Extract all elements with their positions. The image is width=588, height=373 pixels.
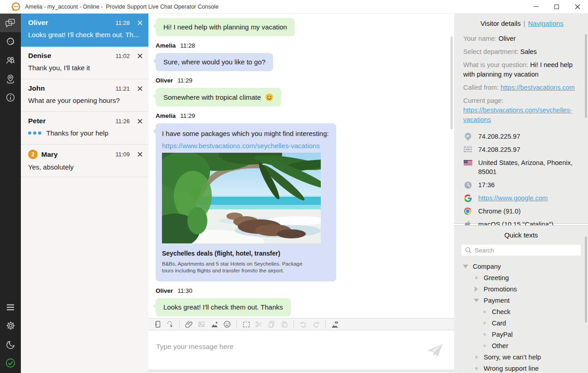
tree-item-label: Payment xyxy=(484,297,510,304)
copy-icon[interactable] xyxy=(266,320,277,329)
called-from-link[interactable]: https://bestvacations.com xyxy=(500,84,575,91)
emoji-icon[interactable] xyxy=(221,320,233,329)
rail-visitors-button[interactable] xyxy=(0,51,21,69)
add-quick-text-icon[interactable] xyxy=(164,320,176,329)
online-status-icon xyxy=(5,358,16,368)
attach-file-icon[interactable] xyxy=(183,320,195,329)
paste-icon[interactable] xyxy=(279,320,290,329)
right-panel: Visitor details|Navigations Your name: O… xyxy=(454,14,588,373)
bullet-icon xyxy=(473,276,480,279)
location-value: United States, Arizona, Phoenix, 85001 xyxy=(478,158,576,176)
chat-item-john[interactable]: John 11:21 What are your opening hours? xyxy=(21,79,148,112)
provider-icon xyxy=(463,145,472,154)
select-area-icon[interactable] xyxy=(240,320,252,329)
visitor-details-header: Visitor details|Navigations xyxy=(463,19,581,27)
provider-value: 74.208.225.97 xyxy=(478,145,520,154)
send-image-icon[interactable] xyxy=(209,320,220,329)
current-page-link[interactable]: https://bestvacations.com/seychelles-vac… xyxy=(463,107,572,123)
geo-location-icon xyxy=(5,73,16,84)
chat-item-denise[interactable]: Denise 11:02 Thank you, I'll take it xyxy=(21,47,148,79)
tree-item-other[interactable]: Other xyxy=(454,340,588,351)
message-time: 11:29 xyxy=(180,112,195,119)
chat-item-mary[interactable]: 2 Mary 11:09 Yes, absolutely xyxy=(21,145,148,177)
vacation-link[interactable]: https://www.bestvacations.com/seychelles… xyxy=(162,142,320,150)
chat-name: Mary xyxy=(41,150,58,159)
tree-item-card[interactable]: Card xyxy=(454,317,588,329)
quick-texts-title: Quick texts xyxy=(454,231,588,239)
rail-info-button[interactable] xyxy=(0,88,21,107)
send-message-button[interactable] xyxy=(426,341,444,359)
tree-item-label: Promotions xyxy=(484,286,517,293)
referrer-link[interactable]: https://www.google.com xyxy=(478,194,548,203)
toolbar-separator xyxy=(179,320,180,329)
window-controls xyxy=(525,0,588,13)
tree-item-paypal[interactable]: PayPal xyxy=(454,329,588,340)
close-button[interactable] xyxy=(567,0,588,13)
message-input[interactable] xyxy=(148,330,404,359)
rail-operator-button[interactable] xyxy=(0,32,21,51)
close-icon xyxy=(137,20,142,25)
close-chat-button[interactable] xyxy=(136,84,144,92)
tree-item-payment[interactable]: Payment xyxy=(454,295,588,306)
message-time: 11:29 xyxy=(177,77,192,84)
navigations-link[interactable]: Navigations xyxy=(528,19,564,27)
rail-menu-button[interactable] xyxy=(0,298,21,316)
quick-text-icon[interactable] xyxy=(152,320,163,329)
info-row-referrer: https://www.google.com xyxy=(463,194,581,203)
tree-item-sorry-we-cant-help[interactable]: Sorry, we can’t help xyxy=(454,351,588,363)
tree-item-promotions[interactable]: Promotions xyxy=(454,283,588,295)
search-input[interactable] xyxy=(475,247,581,254)
chat-preview: What are your opening hours? xyxy=(28,97,120,104)
close-chat-button[interactable] xyxy=(136,150,144,159)
field-label: Current page: xyxy=(463,97,504,104)
operator-message-bubble: I have some packages which you might fin… xyxy=(156,123,336,281)
close-icon xyxy=(575,4,580,10)
search-icon xyxy=(465,247,471,253)
chat-name: John xyxy=(28,84,45,92)
close-chat-button[interactable] xyxy=(136,19,144,27)
provide-support-logo-icon xyxy=(11,2,21,12)
tree-item-company[interactable]: Company xyxy=(454,261,588,272)
rail-online-status-button[interactable] xyxy=(0,354,21,372)
redo-icon[interactable] xyxy=(310,320,322,329)
field-label: Your name: xyxy=(463,35,497,42)
screenshot-icon[interactable] xyxy=(329,320,341,329)
rail-night-theme-button[interactable] xyxy=(0,335,21,354)
local-time-value: 17:36 xyxy=(478,180,495,189)
rail-settings-button[interactable] xyxy=(0,316,21,335)
expanded-arrow-icon[interactable] xyxy=(462,265,469,268)
info-row-location: United States, Arizona, Phoenix, 85001 xyxy=(463,158,581,176)
close-chat-button[interactable] xyxy=(136,117,144,125)
chat-item-peter[interactable]: Peter 11:26 Thanks for your help xyxy=(21,112,148,145)
messages-scrollbar-thumb[interactable] xyxy=(451,36,453,129)
expanded-arrow-icon[interactable] xyxy=(473,299,480,302)
visitor-details-title: Visitor details xyxy=(480,19,521,27)
tree-item-check[interactable]: Check xyxy=(454,306,588,317)
chat-item-oliver[interactable]: Oliver 11:28 Looks great! I'll check the… xyxy=(21,14,148,47)
quick-texts-scrollbar-thumb[interactable] xyxy=(585,237,587,323)
rail-geo-button[interactable] xyxy=(0,69,21,88)
visitor-field: Select department: Sales xyxy=(463,47,581,57)
collapsed-arrow-icon[interactable] xyxy=(473,286,480,292)
seychelles-beach-photo xyxy=(162,153,321,243)
visitor-field: What is your question: Hi! I need help w… xyxy=(463,60,581,79)
close-chat-button[interactable] xyxy=(136,52,144,60)
info-icon xyxy=(5,92,16,103)
visitor-details-scrollbar-thumb[interactable] xyxy=(585,34,587,118)
tree-item-wrong-support-line[interactable]: Wrong support line xyxy=(454,363,588,373)
info-row-local-time: 17:36 xyxy=(463,180,581,189)
tree-item-greeting[interactable]: Greeting xyxy=(454,272,588,283)
undo-icon[interactable] xyxy=(298,320,309,329)
close-icon xyxy=(137,53,142,58)
tree-item-label: Other xyxy=(492,342,508,349)
visitor-details-panel: Visitor details|Navigations Your name: O… xyxy=(454,14,588,224)
cut-icon[interactable] xyxy=(253,320,265,329)
composer-horizontal-scrollbar[interactable] xyxy=(148,370,454,373)
rail-chats-button[interactable] xyxy=(0,14,21,32)
settings-icon xyxy=(5,320,16,331)
upload-image-icon[interactable] xyxy=(196,320,207,329)
minimize-button[interactable] xyxy=(525,0,546,13)
toolbar-separator xyxy=(294,320,294,329)
maximize-button[interactable] xyxy=(546,0,567,13)
chat-time: 11:26 xyxy=(115,118,136,125)
